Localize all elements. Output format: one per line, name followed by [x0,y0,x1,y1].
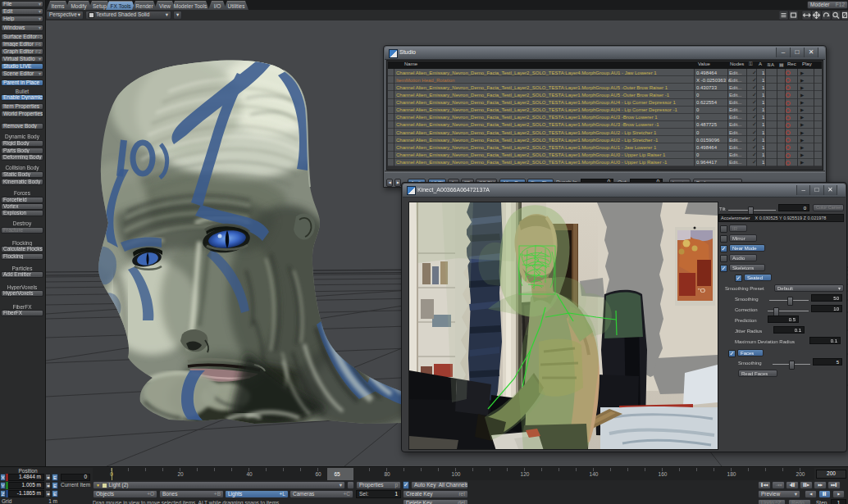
svg-text:"O: "O [698,287,705,294]
